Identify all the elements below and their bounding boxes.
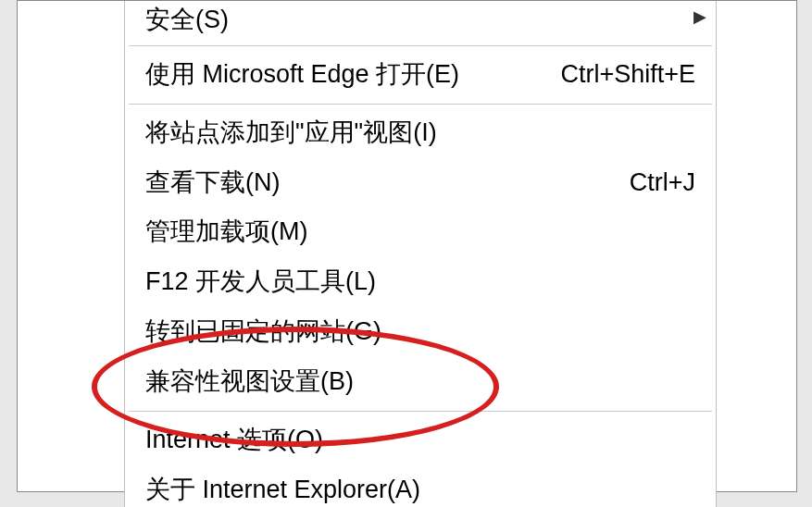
menu-label: 查看下载(N) — [145, 164, 280, 203]
menu-label: 管理加载项(M) — [145, 213, 307, 252]
menu-separator — [129, 104, 712, 105]
menu-shortcut: Ctrl+Shift+E — [560, 56, 695, 94]
menu-item-f12-devtools[interactable]: F12 开发人员工具(L) — [125, 257, 716, 307]
menu-label: 兼容性视图设置(B) — [145, 363, 354, 402]
menu-label: 转到已固定的网站(G) — [145, 313, 381, 352]
menu-item-open-edge[interactable]: 使用 Microsoft Edge 打开(E) Ctrl+Shift+E — [125, 50, 716, 100]
menu-item-manage-addons[interactable]: 管理加载项(M) — [125, 207, 716, 257]
menu-item-add-site-apps-view[interactable]: 将站点添加到"应用"视图(I) — [125, 108, 716, 158]
menu-item-compat-view[interactable]: 兼容性视图设置(B) — [125, 357, 716, 407]
menu-shortcut: Ctrl+J — [630, 164, 695, 203]
menu-item-view-downloads[interactable]: 查看下载(N) Ctrl+J — [125, 158, 716, 208]
tools-menu: 安全(S) ▶ 使用 Microsoft Edge 打开(E) Ctrl+Shi… — [124, 1, 717, 507]
chevron-right-icon: ▶ — [693, 5, 706, 31]
menu-label: 关于 Internet Explorer(A) — [145, 471, 420, 507]
menu-item-security[interactable]: 安全(S) ▶ — [125, 1, 716, 42]
menu-item-internet-options[interactable]: Internet 选项(O) — [125, 415, 716, 465]
menu-separator — [129, 45, 712, 46]
menu-label: 将站点添加到"应用"视图(I) — [145, 114, 437, 153]
menu-item-pinned-sites[interactable]: 转到已固定的网站(G) — [125, 307, 716, 357]
menu-separator — [129, 411, 712, 412]
menu-label: Internet 选项(O) — [145, 421, 323, 460]
menu-label: 安全(S) — [145, 1, 229, 40]
document-frame: 安全(S) ▶ 使用 Microsoft Edge 打开(E) Ctrl+Shi… — [17, 0, 797, 492]
menu-label: F12 开发人员工具(L) — [145, 263, 376, 302]
menu-item-about-ie[interactable]: 关于 Internet Explorer(A) — [125, 465, 716, 507]
menu-label: 使用 Microsoft Edge 打开(E) — [145, 56, 459, 94]
